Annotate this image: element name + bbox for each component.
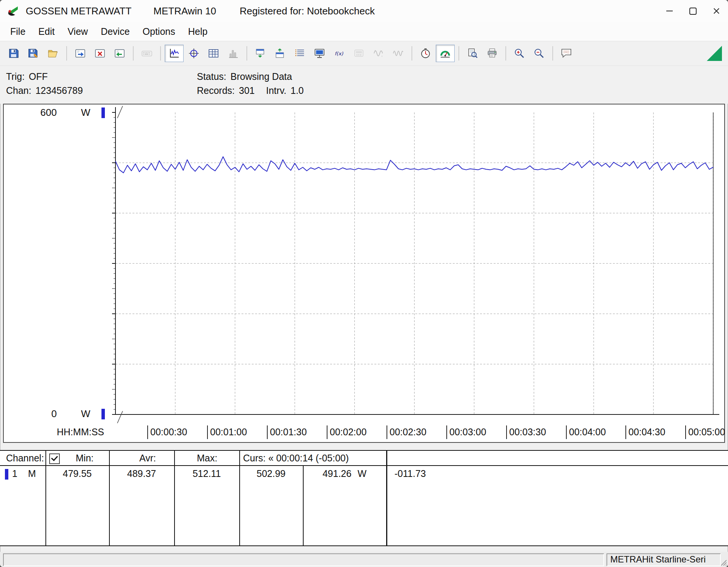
export-memory-button[interactable] [71,45,90,62]
line-chart-icon [168,48,180,59]
trigger-status: Trig:OFF [6,70,83,84]
formula-button[interactable]: f(x) [330,45,349,62]
y-axis-unit-top: W [81,107,90,118]
zoom-in-button[interactable] [510,45,529,62]
app-logo-icon [7,5,20,17]
header-cursor: Curs: « 00:00:14 (-05:00) [243,453,349,464]
info-bar: Trig:OFF Chan:123456789 Status:Browsing … [0,66,728,104]
app-title: METRAwin 10 [153,5,216,17]
app-window: GOSSEN METRAWATT METRAwin 10 Registered … [0,0,728,567]
cursor-b-unit: W [357,468,366,479]
event-list-button[interactable] [290,45,309,62]
statusbar-message-panel [3,553,604,566]
export-memory-icon [75,48,86,59]
keyboard-icon [141,48,153,59]
x-tick-label: 00:00:30 [147,425,187,439]
save-as-icon [28,48,39,59]
toolbar-separator [160,46,161,61]
zoom-out-button[interactable] [530,45,549,62]
chart-view-button[interactable] [165,45,184,62]
zoom-in-icon [514,48,525,59]
gauge-button[interactable] [436,45,455,62]
channel-list: Chan:123456789 [6,84,83,98]
channel-range-marker-bottom [101,409,105,419]
gauge-icon [440,48,451,59]
power-chart[interactable] [4,104,724,442]
print-button[interactable] [483,45,502,62]
menu-item-edit[interactable]: Edit [32,22,61,41]
open-folder-icon [47,48,59,59]
signal-wave-button[interactable] [389,45,408,62]
y-axis-min-label: 0 [28,408,57,420]
window-transfer-up-button[interactable] [271,45,290,62]
toolbar-separator [246,46,247,61]
channel-color-marker [5,469,8,480]
x-axis-labels: HH:MM:SS 00:00:30 00:01:00 00:01:30 00:0… [4,425,724,441]
channel-number: 1 [12,468,17,479]
maximize-icon [689,8,697,15]
histogram-icon [228,48,239,59]
toolbar-separator [458,46,459,61]
menu-item-help[interactable]: Help [182,22,214,41]
device-display-button[interactable] [349,45,368,62]
header-max: Max: [197,453,217,464]
device-display-icon [353,48,365,59]
print-preview-button[interactable] [463,45,482,62]
read-memory-button[interactable] [110,45,129,62]
window-controls [658,0,728,22]
x-tick-label: 00:04:00 [566,425,606,439]
records-info: Records:301Intrv.1.0 [197,84,304,98]
header-channel: Channel: [6,453,44,464]
erase-memory-button[interactable] [90,45,109,62]
toolbar-separator [133,46,134,61]
close-icon [713,8,720,15]
monitor-icon [314,48,325,59]
speech-bubble-icon [561,48,572,59]
statusbar-device-panel: METRAHit Starline-Seri [606,553,721,566]
minimize-button[interactable] [658,0,681,22]
modulated-signal-button[interactable] [369,45,388,62]
channel-range-marker-top [101,107,105,118]
toolbar-separator [412,46,412,61]
browse-status: Status:Browsing Data [197,70,304,84]
notes-button[interactable] [557,45,576,62]
menu-item-device[interactable]: Device [94,22,136,41]
header-min: Min: [76,453,94,464]
clock-icon [420,48,431,59]
header-avr: Avr: [139,453,156,464]
window-transfer-down-button[interactable] [251,45,270,62]
print-preview-icon [467,48,478,59]
read-memory-icon [114,48,125,59]
close-button[interactable] [705,0,728,22]
value-cursor-a: 502.99 [239,468,303,479]
modulated-wave-icon [373,48,384,59]
brand-title: GOSSEN METRAWATT [26,5,131,17]
minimize-icon [666,11,673,11]
menu-item-view[interactable]: View [61,22,94,41]
menu-item-options[interactable]: Options [136,22,182,41]
value-cursor-delta: -011.73 [394,468,426,479]
value-min: 479.55 [45,468,109,479]
resize-grip[interactable] [718,557,727,566]
histogram-view-button[interactable] [224,45,243,62]
channel-visible-checkbox[interactable] [49,453,60,464]
open-button[interactable] [44,45,62,62]
table-view-button[interactable] [204,45,223,62]
crosshair-icon [188,48,200,59]
svg-text:f(x): f(x) [335,51,343,56]
menu-item-file[interactable]: File [4,22,32,41]
table-grid-icon [208,48,219,59]
keyboard-button[interactable] [137,45,156,62]
channel-table: Channel: Min: Avr: Max: Curs: « 00:00:14… [0,450,728,546]
channel-mode: M [28,468,36,479]
toolbar-separator [505,46,506,61]
xy-view-button[interactable] [184,45,203,62]
timer-button[interactable] [416,45,435,62]
save-as-button[interactable] [24,45,43,62]
formula-icon: f(x) [334,48,345,59]
maximize-button[interactable] [681,0,705,22]
x-axis-format-label: HH:MM:SS [57,427,104,438]
title-bar: GOSSEN METRAWATT METRAwin 10 Registered … [0,0,728,22]
online-monitor-button[interactable] [310,45,329,62]
save-button[interactable] [4,45,23,62]
